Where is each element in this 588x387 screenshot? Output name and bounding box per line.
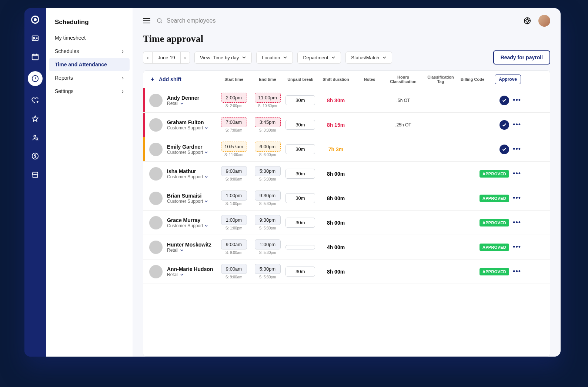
star-icon[interactable] <box>31 115 39 123</box>
end-time-input[interactable]: 11:00pm <box>255 93 281 103</box>
start-time-input[interactable]: 10:57am <box>221 142 247 152</box>
employee-dept-select[interactable]: Customer Support <box>167 174 208 179</box>
chevron-down-icon <box>331 55 335 60</box>
approve-button[interactable] <box>500 145 509 154</box>
more-menu-icon[interactable]: ••• <box>513 194 521 202</box>
employee-cell: Graham Fulton Customer Support <box>149 118 216 132</box>
logo-icon[interactable] <box>31 16 39 24</box>
end-time-input[interactable]: 5:30pm <box>255 264 281 274</box>
status-select[interactable]: Status/Match <box>345 52 392 64</box>
end-time-input[interactable]: 6:00pm <box>255 142 281 152</box>
start-time-input[interactable]: 7:00am <box>221 117 247 127</box>
employee-dept-select[interactable]: Customer Support <box>167 150 208 155</box>
employee-name: Grace Murray <box>167 217 208 223</box>
scheduled-start: S: 9:00am <box>225 177 243 181</box>
end-time-input[interactable]: 9:30pm <box>255 191 281 201</box>
break-input[interactable]: 30m <box>285 218 315 228</box>
person-search-icon[interactable] <box>31 133 39 142</box>
scheduled-end: S: 5:30pm <box>259 251 276 255</box>
header-billing: Billing Code <box>460 77 485 82</box>
view-select[interactable]: View: Time by day <box>194 52 252 64</box>
approve-button[interactable] <box>500 96 509 105</box>
department-select[interactable]: Department <box>297 52 341 64</box>
shift-duration: 8h 00m <box>317 220 354 226</box>
more-menu-icon[interactable]: ••• <box>513 243 521 251</box>
break-input[interactable]: 30m <box>285 193 315 203</box>
more-menu-icon[interactable]: ••• <box>513 96 521 104</box>
employee-name: Graham Fulton <box>167 119 208 125</box>
break-input[interactable]: 30m <box>285 169 315 179</box>
scheduled-end: S: 5:30pm <box>259 202 276 206</box>
plus-icon: + <box>149 76 156 83</box>
end-time-input[interactable]: 3:45pm <box>255 117 281 127</box>
more-menu-icon[interactable]: ••• <box>513 268 521 275</box>
more-menu-icon[interactable]: ••• <box>513 145 521 153</box>
header-class-tag: Classification Tag <box>424 75 457 84</box>
start-time-input[interactable]: 1:00pm <box>221 191 247 201</box>
svg-point-9 <box>526 19 528 22</box>
prev-day-button[interactable]: ‹ <box>143 52 153 64</box>
employee-dept-select[interactable]: Customer Support <box>167 199 208 204</box>
menu-item-reports[interactable]: Reports› <box>46 71 133 85</box>
start-time-input[interactable]: 1:00pm <box>221 215 247 225</box>
employee-dept-select[interactable]: Retail <box>167 272 213 277</box>
calendar-icon[interactable] <box>31 53 39 61</box>
menu-item-my-timesheet[interactable]: My timesheet <box>46 31 133 44</box>
employee-dept-select[interactable]: Customer Support <box>167 125 208 130</box>
employee-dept-select[interactable]: Customer Support <box>167 223 208 228</box>
menu-item-settings[interactable]: Settings› <box>46 85 133 98</box>
end-time-input[interactable]: 1:00pm <box>255 239 281 249</box>
break-input[interactable] <box>285 245 315 249</box>
break-input[interactable]: 30m <box>285 144 315 154</box>
employee-avatar <box>149 94 163 107</box>
date-button[interactable]: June 19 <box>153 52 180 64</box>
start-time-input[interactable]: 9:00am <box>221 239 247 249</box>
status-stripe <box>143 113 145 137</box>
end-time-input[interactable]: 5:30pm <box>255 166 281 176</box>
chevron-down-icon <box>204 175 208 179</box>
user-avatar[interactable] <box>538 15 550 27</box>
break-input[interactable]: 30m <box>285 267 315 277</box>
employee-cell: Grace Murray Customer Support <box>149 216 216 229</box>
break-input[interactable]: 30m <box>285 95 315 105</box>
next-day-button[interactable]: › <box>181 52 190 64</box>
more-menu-icon[interactable]: ••• <box>513 121 521 129</box>
search-input[interactable]: Search employees <box>156 17 516 24</box>
scheduled-start: S: 1:00pm <box>225 226 243 230</box>
chevron-down-icon <box>204 126 208 130</box>
storefront-icon[interactable] <box>31 171 39 179</box>
menu-toggle-icon[interactable] <box>143 18 150 23</box>
heart-plus-icon[interactable] <box>31 96 39 105</box>
approve-all-button[interactable]: Approve <box>495 75 521 84</box>
menu-item-time-attendance[interactable]: Time and Attendance <box>49 58 130 71</box>
more-menu-icon[interactable]: ••• <box>513 170 521 178</box>
location-select[interactable]: Location <box>256 52 293 64</box>
search-icon <box>156 17 163 24</box>
dollar-icon[interactable] <box>31 152 39 160</box>
more-menu-icon[interactable]: ••• <box>513 219 521 226</box>
id-card-icon[interactable] <box>31 34 39 42</box>
break-input[interactable]: 30m <box>285 120 315 130</box>
chevron-right-icon: › <box>122 48 124 54</box>
approve-button[interactable] <box>500 120 509 130</box>
scheduled-start: S: 2:00pm <box>225 104 243 108</box>
clock-icon[interactable] <box>28 71 43 86</box>
table-row: Isha Mathur Customer Support 9:00am S: 9… <box>143 162 550 186</box>
menu-item-schedules[interactable]: Schedules› <box>46 44 133 58</box>
employee-name: Andy Denner <box>167 95 199 101</box>
start-time-input[interactable]: 9:00am <box>221 264 247 274</box>
add-shift-button[interactable]: +Add shift <box>149 76 216 83</box>
employee-dept-select[interactable]: Retail <box>167 248 211 253</box>
ready-for-payroll-button[interactable]: Ready for payroll <box>493 50 550 64</box>
chevron-right-icon: › <box>122 75 124 81</box>
end-time-input[interactable]: 9:30pm <box>255 215 281 225</box>
table-row: Brian Sumaisi Customer Support 1:00pm S:… <box>143 186 550 211</box>
start-time-input[interactable]: 2:00pm <box>221 93 247 103</box>
table-row: Ann-Marie Hudson Retail 9:00am S: 9:00am… <box>143 259 550 284</box>
employee-dept-select[interactable]: Retail <box>167 101 199 106</box>
help-icon[interactable] <box>522 16 532 26</box>
chevron-down-icon <box>204 150 208 154</box>
svg-point-1 <box>33 37 35 39</box>
start-time-input[interactable]: 9:00am <box>221 166 247 176</box>
hours-classification: .5h OT <box>385 98 422 103</box>
